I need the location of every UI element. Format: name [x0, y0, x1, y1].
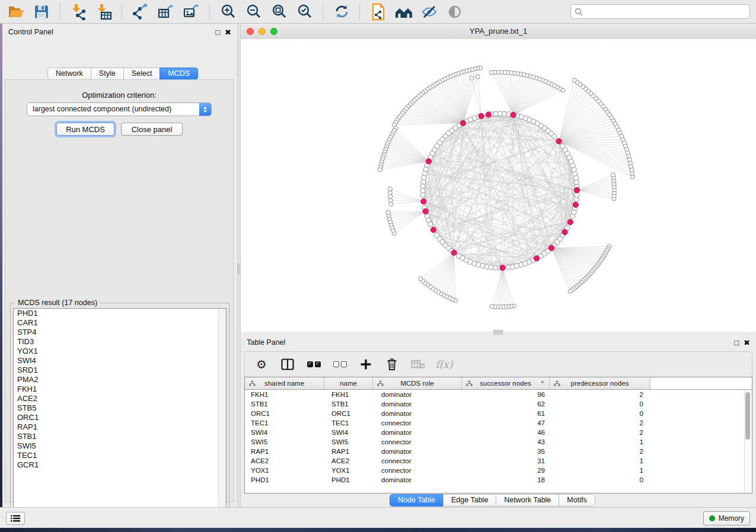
graph-leaf-node[interactable]	[388, 187, 393, 191]
graph-leaf-node[interactable]	[611, 173, 615, 177]
graph-hub-node[interactable]	[430, 227, 436, 232]
table-row[interactable]: RAP1RAP1dominator352	[245, 447, 752, 456]
table-scrollbar[interactable]	[744, 390, 751, 492]
network-window-titlebar[interactable]: YPA_prune.txt_1	[241, 24, 756, 40]
result-list-item[interactable]: STB1	[14, 432, 226, 441]
graph-hub-node[interactable]	[423, 209, 428, 214]
mcds-result-list[interactable]: PHD1CAR1STP4TID3YOX1SWI4SRD1PMA2FKH1ACE2…	[13, 308, 227, 520]
export-image-icon[interactable]	[181, 2, 202, 21]
import-table-icon[interactable]	[94, 2, 114, 21]
zoom-fit-icon[interactable]	[269, 2, 289, 21]
graph-hub-node[interactable]	[426, 159, 431, 164]
graph-hub-node[interactable]	[556, 139, 562, 144]
zoom-selected-icon[interactable]	[295, 2, 315, 21]
column-header-name[interactable]: name	[324, 377, 373, 389]
graph-leaf-node[interactable]	[490, 70, 494, 75]
table-row[interactable]: SWI4SWI4dominator462	[245, 428, 752, 437]
graph-hub-node[interactable]	[479, 113, 484, 118]
table-row[interactable]: FKH1FKH1dominator962	[245, 390, 752, 399]
task-history-button[interactable]	[6, 512, 25, 525]
table-row[interactable]: STB1STB1dominator620	[245, 399, 752, 409]
column-header-predecessor-nodes[interactable]: predecessor nodes	[550, 377, 650, 389]
search-box[interactable]	[570, 4, 750, 19]
open-session-icon[interactable]	[6, 2, 26, 21]
table-settings-gear-icon[interactable]: ⚙	[254, 357, 269, 371]
export-table-icon[interactable]	[156, 2, 176, 21]
column-header-successor-nodes[interactable]: successor nodes∨	[462, 377, 550, 389]
table-row[interactable]: SWI5SWI5connector431	[245, 437, 752, 447]
criterion-select[interactable]: largest connected component (undirected)	[27, 102, 212, 116]
graph-node[interactable]	[420, 193, 425, 197]
delete-column-icon[interactable]	[385, 357, 399, 371]
tab-select[interactable]: Select	[123, 68, 161, 80]
tab-network[interactable]: Network	[47, 68, 91, 80]
result-list-item[interactable]: STP4	[14, 328, 226, 337]
graph-leaf-node[interactable]	[419, 277, 423, 281]
tab-network-table[interactable]: Network Table	[496, 494, 559, 507]
result-list-item[interactable]: RAP1	[14, 422, 226, 432]
graph-leaf-node[interactable]	[470, 76, 474, 80]
result-list-item[interactable]: TEC1	[14, 451, 226, 460]
show-all-icon[interactable]	[445, 2, 465, 21]
table-scrollbar-thumb[interactable]	[745, 392, 750, 440]
tab-style[interactable]: Style	[91, 68, 124, 80]
graph-hub-node[interactable]	[567, 219, 573, 225]
result-list-item[interactable]: ACE2	[14, 394, 226, 403]
result-list-item[interactable]: GCR1	[14, 460, 226, 470]
table-row[interactable]: PHD1PHD1dominator180	[245, 475, 752, 485]
network-graph-svg[interactable]	[241, 39, 756, 332]
graph-leaf-node[interactable]	[490, 305, 494, 309]
graph-node[interactable]	[575, 193, 579, 197]
hide-selected-icon[interactable]	[419, 2, 439, 21]
column-header-shared-name[interactable]: shared name	[245, 377, 324, 389]
show-column-panel-icon[interactable]	[280, 357, 295, 371]
float-panel-icon[interactable]: □	[734, 339, 739, 347]
graph-node[interactable]	[428, 222, 433, 226]
save-session-icon[interactable]	[31, 2, 52, 21]
refresh-icon[interactable]	[331, 2, 352, 21]
graph-hub-node[interactable]	[421, 199, 426, 204]
tab-mcds[interactable]: MCDS	[160, 68, 198, 80]
column-header-MCDS-role[interactable]: MCDS role	[373, 377, 462, 389]
export-network-icon[interactable]	[130, 2, 151, 21]
table-row[interactable]: ACE2ACE2connector311	[245, 456, 752, 466]
result-list-item[interactable]: TID3	[14, 337, 226, 347]
result-list-item[interactable]: CAR1	[14, 318, 226, 328]
graph-hub-node[interactable]	[548, 245, 554, 251]
result-scrollbar[interactable]	[218, 309, 226, 520]
zoom-in-icon[interactable]	[218, 2, 238, 21]
add-column-icon[interactable]	[359, 357, 373, 371]
run-mcds-button[interactable]: Run MCDS	[56, 123, 114, 136]
graph-leaf-node[interactable]	[378, 168, 382, 172]
graph-hub-node[interactable]	[451, 250, 457, 255]
table-row[interactable]: ORC1ORC1dominator610	[245, 409, 752, 418]
graph-hub-node[interactable]	[511, 112, 516, 117]
graph-hub-node[interactable]	[562, 229, 567, 235]
graph-hub-node[interactable]	[500, 265, 505, 270]
first-neighbors-icon[interactable]	[394, 2, 414, 21]
close-panel-icon[interactable]: ✖	[225, 28, 231, 36]
tab-node-table[interactable]: Node Table	[390, 494, 444, 507]
zoom-out-icon[interactable]	[244, 2, 264, 21]
graph-leaf-node[interactable]	[386, 210, 390, 214]
graph-hub-node[interactable]	[574, 187, 579, 193]
result-list-item[interactable]: PMA2	[14, 375, 226, 384]
close-panel-button[interactable]: Close panel	[121, 123, 183, 136]
graph-hub-node[interactable]	[573, 202, 578, 207]
graph-hub-node[interactable]	[460, 120, 465, 126]
result-list-item[interactable]: ORC1	[14, 413, 226, 422]
float-panel-icon[interactable]: □	[215, 28, 220, 36]
result-list-item[interactable]: FKH1	[14, 384, 226, 394]
select-all-columns-icon[interactable]	[307, 357, 321, 371]
graph-leaf-node[interactable]	[389, 202, 393, 206]
graph-leaf-node[interactable]	[476, 75, 480, 79]
close-panel-icon[interactable]: ✖	[744, 339, 750, 347]
graph-hub-node[interactable]	[534, 256, 539, 261]
result-list-item[interactable]: SRD1	[14, 366, 226, 375]
result-list-item[interactable]: YOX1	[14, 347, 226, 356]
share-document-icon[interactable]	[368, 2, 388, 21]
tab-motifs[interactable]: Motifs	[559, 494, 595, 507]
result-list-item[interactable]: PHD1	[14, 309, 226, 318]
graph-leaf-node[interactable]	[568, 289, 572, 293]
memory-button[interactable]: Memory	[703, 511, 750, 525]
